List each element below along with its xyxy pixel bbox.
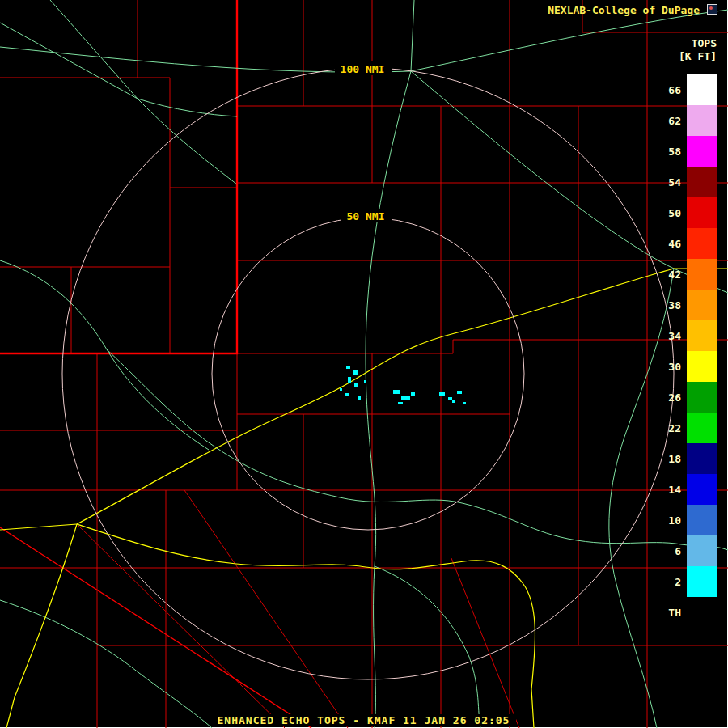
river-line: [107, 349, 728, 550]
legend-row: 10: [658, 505, 717, 535]
legend-row: 30: [658, 351, 717, 382]
legend-value: 46: [658, 238, 687, 250]
range-ring-50nmi: [212, 218, 524, 530]
highway-line: [0, 524, 77, 530]
legend-value: 58: [658, 146, 687, 158]
legend-swatch: [687, 74, 717, 105]
highway-line: [77, 524, 535, 728]
legend-swatch: [687, 351, 717, 382]
legend-swatch: [687, 290, 717, 320]
storm-echoes: [340, 366, 466, 404]
radar-screen: 100 NMI 50 NMI NEXLAB-College of DuPage …: [0, 0, 728, 728]
legend-row: 6: [658, 535, 717, 566]
legend-swatch: [687, 597, 717, 628]
county-lines: [0, 0, 728, 728]
legend-row: 18: [658, 443, 717, 474]
legend-value: 42: [658, 269, 687, 281]
legend-value: 66: [658, 84, 687, 96]
legend-swatch: [687, 382, 717, 413]
color-scale: 66 62 58 54 50 46 42 38 34 30 26 22 18 1…: [658, 74, 717, 628]
road-line: [138, 99, 237, 184]
legend-row: TH: [658, 597, 717, 628]
legend-row: 42: [658, 259, 717, 290]
legend-value: 22: [658, 422, 687, 434]
legend-row: 54: [658, 167, 717, 197]
legend-swatch: [687, 566, 717, 597]
legend-row: 2: [658, 566, 717, 597]
product-caption: ENHANCED ECHO TOPS - KMAF 11 JAN 26 02:0…: [0, 714, 727, 726]
legend-value: 38: [658, 299, 687, 311]
red-boundary-diagonal: [0, 527, 311, 728]
legend-value: 10: [658, 514, 687, 527]
legend-value: 14: [658, 484, 687, 496]
road-line: [411, 0, 414, 71]
legend-swatch: [687, 443, 717, 474]
highways: [0, 269, 728, 728]
legend-value: 34: [658, 330, 687, 342]
legend-title: TOPS: [658, 37, 717, 50]
legend-swatch: [687, 474, 717, 505]
legend-swatch: [687, 505, 717, 535]
legend-row: 46: [658, 228, 717, 259]
legend-row: 58: [658, 136, 717, 167]
legend-swatch: [687, 535, 717, 566]
legend-value: 26: [658, 392, 687, 404]
legend-swatch: [687, 197, 717, 228]
legend-row: 26: [658, 382, 717, 413]
road-line: [0, 600, 212, 728]
legend-value: 6: [658, 545, 687, 557]
legend-value: 30: [658, 361, 687, 373]
county-boundaries: [0, 0, 728, 728]
range-ring-100nmi: [62, 68, 674, 679]
legend-row: 62: [658, 105, 717, 136]
legend-row: 34: [658, 320, 717, 351]
ring-label-100nmi: 100 NMI: [341, 63, 385, 75]
legend-value: TH: [658, 607, 687, 619]
legend-value: 62: [658, 115, 687, 127]
legend-row: 66: [658, 74, 717, 105]
product-caption-text: ENHANCED ECHO TOPS - KMAF 11 JAN 26 02:0…: [211, 714, 517, 726]
legend-row: 50: [658, 197, 717, 228]
legend-row: 38: [658, 290, 717, 320]
legend-swatch: [687, 320, 717, 351]
legend-swatch: [687, 228, 717, 259]
radar-map: 100 NMI 50 NMI: [0, 0, 728, 728]
roads: [0, 0, 728, 728]
legend-swatch: [687, 259, 717, 290]
legend-value: 54: [658, 176, 687, 188]
legend-value: 2: [658, 576, 687, 588]
state-border: [0, 0, 237, 353]
image-placeholder-icon: [707, 4, 717, 15]
legend-swatch: [687, 136, 717, 167]
site-title: NEXLAB-College of DuPage: [548, 4, 700, 16]
legend-value: 50: [658, 207, 687, 219]
legend-swatch: [687, 413, 717, 443]
legend-row: 22: [658, 413, 717, 443]
legend-row: 14: [658, 474, 717, 505]
legend-swatch: [687, 167, 717, 197]
ring-label-50nmi: 50 NMI: [347, 210, 385, 222]
legend-value: 18: [658, 453, 687, 465]
road-line: [0, 260, 209, 450]
legend-unit: [K FT]: [658, 50, 717, 63]
echo-tops-legend: TOPS [K FT] 66 62 58 54 50 46 42 38 34 3…: [658, 37, 717, 628]
legend-swatch: [687, 105, 717, 136]
